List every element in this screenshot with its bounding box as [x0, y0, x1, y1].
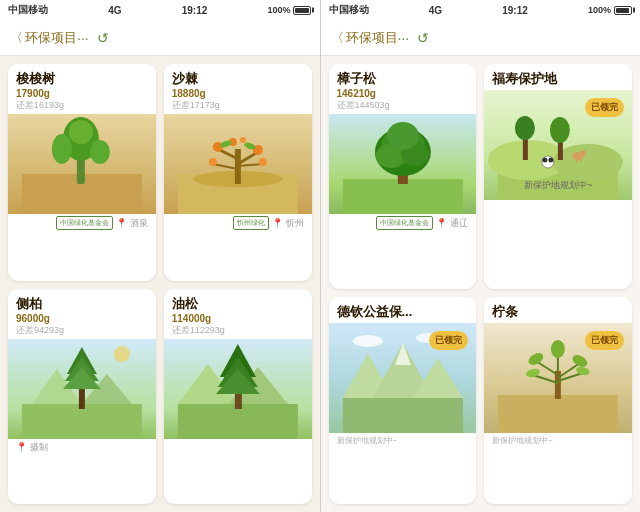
card-cebai-location-icon: 📍: [16, 442, 27, 452]
card-shaji-diff: 还差17173g: [172, 99, 304, 112]
svg-rect-57: [342, 398, 462, 433]
left-header-actions: ··· ↺: [77, 30, 109, 46]
right-more-icon[interactable]: ···: [398, 30, 410, 46]
card-mianbo-weight: 17900g: [16, 88, 148, 99]
svg-rect-36: [342, 179, 462, 214]
card-mianbo-footer: 中国绿化基金会 📍 酒泉: [8, 214, 156, 235]
left-time: 19:12: [182, 5, 208, 16]
right-carrier: 中国移动: [329, 3, 369, 17]
card-fushou-img: 已领完 新保护地规划中~: [484, 90, 632, 200]
right-refresh-icon[interactable]: ↺: [417, 30, 429, 46]
card-cebai-footer: 📍 摄制: [8, 439, 156, 459]
card-yousong-header: 油松 114000g 还差112293g: [164, 289, 312, 339]
mianbo-tree-svg: [8, 114, 156, 214]
card-ningcheng-planning: 新保护地规划中~: [492, 435, 553, 446]
right-grid: 樟子松 146210g 还差144503g 中国绿化基金会: [321, 56, 641, 512]
svg-rect-51: [580, 156, 582, 162]
right-status-right: 100%: [588, 5, 632, 15]
zhangsong-tree-svg: [329, 114, 477, 214]
svg-point-53: [580, 150, 586, 156]
svg-point-4: [90, 140, 110, 164]
card-mianbo-logo: 中国绿化基金会: [56, 216, 113, 230]
card-shaji-img: [164, 114, 312, 214]
svg-point-15: [209, 158, 217, 166]
svg-point-55: [543, 158, 548, 163]
card-yousong-weight: 114000g: [172, 313, 304, 324]
card-mianbo-header: 梭梭树 17900g 还差16193g: [8, 64, 156, 114]
right-header-actions: ··· ↺: [398, 30, 430, 46]
cebai-tree-svg: [8, 339, 156, 439]
card-zhangsong-img: [329, 114, 477, 214]
left-more-icon[interactable]: ···: [77, 30, 89, 46]
card-deqin-planning: 新保护地规划中~: [337, 435, 398, 446]
card-cebai[interactable]: 侧柏 96000g 还差94293g: [8, 289, 156, 505]
right-battery-icon: [614, 6, 632, 15]
left-phone-panel: 中国移动 4G 19:12 100% 〈 环保项目 ··· ↺ 梭梭树 1790…: [0, 0, 320, 512]
card-yousong-footer: [164, 439, 312, 446]
left-header-title-nav: 环保项目: [25, 29, 77, 47]
card-zhangsong-weight: 146210g: [337, 88, 469, 99]
card-deqin-badge: 已领完: [429, 331, 468, 350]
svg-line-69: [558, 373, 583, 381]
card-shaji-location: 忻州: [286, 217, 304, 230]
card-zhangsong[interactable]: 樟子松 146210g 还差144503g 中国绿化基金会: [329, 64, 477, 289]
card-ningcheng[interactable]: 柠条: [484, 297, 632, 505]
right-back-button[interactable]: 〈 环保项目: [331, 29, 398, 47]
card-cebai-img: [8, 339, 156, 439]
card-deqin-name: 德钦公益保...: [337, 303, 469, 321]
card-mianbo-diff: 还差16193g: [16, 99, 148, 112]
card-fushou-name: 福寿保护地: [492, 70, 624, 88]
card-yousong-img: [164, 339, 312, 439]
svg-rect-52: [576, 156, 578, 162]
card-zhangsong-diff: 还差144503g: [337, 99, 469, 112]
left-grid: 梭梭树 17900g 还差16193g 中国绿化基金会 📍: [0, 56, 320, 512]
card-fushou-badge: 已领完: [585, 98, 624, 117]
left-refresh-icon[interactable]: ↺: [97, 30, 109, 46]
right-time: 19:12: [502, 5, 528, 16]
svg-line-11: [213, 164, 238, 169]
card-ningcheng-img: 已领完: [484, 323, 632, 433]
left-status-bar: 中国移动 4G 19:12 100%: [0, 0, 320, 20]
svg-point-75: [551, 340, 565, 358]
svg-line-68: [533, 375, 558, 383]
card-deqin-footer: 新保护地规划中~: [329, 433, 477, 451]
card-mianbo-img: [8, 114, 156, 214]
card-mianbo[interactable]: 梭梭树 17900g 还差16193g 中国绿化基金会 📍: [8, 64, 156, 281]
card-deqin[interactable]: 德钦公益保... 已领完 新保护地规划中~: [329, 297, 477, 505]
card-zhangsong-footer: 中国绿化基金会 📍 通辽: [329, 214, 477, 235]
left-carrier: 中国移动: [8, 3, 48, 17]
right-header-title-nav: 环保项目: [346, 29, 398, 47]
left-battery-icon: [293, 6, 311, 15]
svg-point-5: [69, 120, 93, 144]
svg-rect-21: [22, 404, 142, 439]
svg-point-49: [550, 117, 570, 143]
card-shaji-location-icon: 📍: [272, 218, 283, 228]
left-network: 4G: [108, 5, 121, 16]
card-fushou-planning: 新保护地规划中~: [524, 179, 592, 192]
card-yousong[interactable]: 油松 114000g 还差112293g: [164, 289, 312, 505]
svg-point-42: [386, 122, 418, 150]
card-shaji-footer: 忻州绿化 📍 忻州: [164, 214, 312, 235]
card-deqin-img: 已领完: [329, 323, 477, 433]
card-shaji-header: 沙棘 18880g 还差17173g: [164, 64, 312, 114]
svg-line-12: [238, 164, 263, 166]
card-mianbo-name: 梭梭树: [16, 70, 148, 88]
card-ningcheng-header: 柠条: [484, 297, 632, 323]
left-battery-text: 100%: [267, 5, 290, 15]
svg-point-28: [114, 346, 130, 362]
left-back-button[interactable]: 〈 环保项目: [10, 29, 77, 47]
left-header: 〈 环保项目 ··· ↺: [0, 20, 320, 56]
svg-point-18: [240, 137, 246, 143]
left-battery-fill: [295, 8, 308, 13]
card-yousong-diff: 还差112293g: [172, 324, 304, 337]
card-zhangsong-location-icon: 📍: [436, 218, 447, 228]
right-battery-fill: [616, 8, 629, 13]
right-battery-text: 100%: [588, 5, 611, 15]
card-yousong-name: 油松: [172, 295, 304, 313]
svg-point-47: [515, 116, 535, 140]
card-cebai-location: 摄制: [30, 441, 48, 454]
card-zhangsong-header: 樟子松 146210g 还差144503g: [329, 64, 477, 114]
card-shaji[interactable]: 沙棘 18880g 还差17173g: [164, 64, 312, 281]
card-fushou[interactable]: 福寿保护地: [484, 64, 632, 289]
svg-point-45: [553, 144, 623, 180]
